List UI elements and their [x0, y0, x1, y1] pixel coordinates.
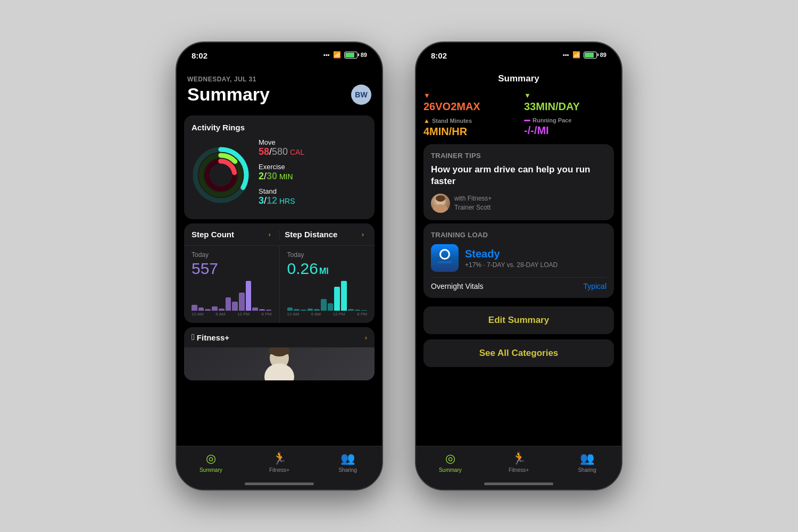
step-distance-today: Today — [287, 251, 368, 259]
metrics-list: Move 58/580 CAL Exercise 2/30 MIN — [259, 138, 367, 212]
metrics-row-2: ▲ Stand Minutes 4MIN/HR Running Pace -/-… — [416, 116, 621, 141]
step-distance-chart-labels: 12 AM 6 AM 12 PM 6 PM — [287, 311, 368, 319]
running-pace-text: Running Pace — [533, 117, 571, 123]
trainer-avatar — [431, 194, 450, 213]
stand-min-col: ▲ Stand Minutes 4MIN/HR — [423, 117, 513, 138]
step-count-chart — [192, 279, 272, 311]
trainer-info: with Fitness+ Trainer Scott — [454, 194, 492, 212]
tab-sharing-label-2: Sharing — [578, 467, 596, 473]
exercise-label: Exercise — [259, 163, 367, 171]
step-chart-label-6am: 6 AM — [215, 312, 225, 317]
sharing-tab-icon-1: 👥 — [340, 452, 355, 466]
activity-rings-card: Activity Rings — [184, 115, 375, 219]
stand-unit: HRS — [277, 197, 295, 205]
tab-sharing-1[interactable]: 👥 Sharing — [313, 452, 382, 473]
vo2max-arrow: ▼ — [423, 92, 430, 99]
step-count-arrow: › — [268, 230, 270, 238]
svg-point-8 — [264, 363, 294, 380]
training-load-card[interactable]: Training Load Steady +17% · 7-DAY vs. 28… — [423, 223, 614, 298]
wifi-icon-1: 📶 — [333, 51, 341, 59]
tab-fitness-label-2: Fitness+ — [509, 467, 529, 473]
signal-icon-2: ▪▪▪ — [563, 52, 569, 58]
tab-bar-2: ◎ Summary 🏃 Fitness+ 👥 Sharing — [416, 446, 621, 489]
step-count-value: 557 — [192, 260, 272, 278]
exercise-unit: MIN — [277, 172, 293, 181]
step-chart-label-12pm: 12 PM — [237, 312, 250, 317]
load-detail: +17% · 7-DAY vs. 28-DAY LOAD — [465, 261, 606, 269]
stand-goal: 12 — [267, 195, 277, 206]
see-all-categories-button[interactable]: See All Categories — [423, 339, 614, 367]
battery-pct-2: 89 — [600, 52, 606, 58]
fitness-title:  Fitness+ — [192, 332, 229, 342]
battery-fill-1 — [345, 53, 354, 57]
battery-fill-2 — [585, 53, 594, 57]
tab-summary-label-2: Summary — [439, 467, 462, 473]
steps-header: Step Count › Step Distance › — [184, 223, 375, 246]
status-icons-1: ▪▪▪ 📶 89 — [323, 51, 367, 59]
tab-bar-1: ◎ Summary 🏃 Fitness+ 👥 Sharing — [177, 446, 382, 489]
tab-summary-1[interactable]: ◎ Summary — [177, 452, 245, 473]
signal-icon-1: ▪▪▪ — [323, 52, 330, 58]
svg-point-11 — [433, 204, 448, 213]
phone-2-screen: 8:02 ▪▪▪ 📶 89 Summary — [416, 43, 621, 489]
min-day-value: 33MIN/DAY — [524, 101, 614, 113]
phone-2: 8:02 ▪▪▪ 📶 89 Summary — [415, 41, 622, 491]
min-day-label-row: ▼ — [524, 92, 614, 99]
battery-icon-1 — [344, 52, 358, 59]
time-1: 8:02 — [192, 51, 207, 60]
load-bar-1 — [437, 261, 452, 263]
load-bar-2 — [437, 265, 452, 267]
phone-1-content: WEDNESDAY, JUL 31 Summary BW Activity Ri… — [177, 71, 382, 489]
overnight-value: Typical — [583, 282, 606, 290]
trainer-tips-card[interactable]: Trainer Tips How your arm drive can help… — [423, 144, 614, 220]
running-pace-label: Running Pace — [524, 117, 614, 123]
training-load-title: Training Load — [431, 231, 606, 239]
activity-content: › Move 58/580 CAL — [192, 138, 367, 212]
trainer-tips-title: Trainer Tips — [431, 152, 606, 160]
time-2: 8:02 — [431, 51, 447, 60]
dynamic-island-1 — [247, 50, 311, 68]
min-day-arrow: ▼ — [524, 92, 531, 99]
step-count-col: Today 557 — [184, 246, 280, 323]
step-distance-arrow: › — [362, 230, 364, 238]
trainer-with: with Fitness+ — [454, 194, 492, 203]
load-circle-icon — [439, 249, 450, 260]
fitness-header:  Fitness+ › — [184, 327, 375, 347]
training-load-content: Steady +17% · 7-DAY vs. 28-DAY LOAD — [431, 244, 606, 272]
step-chart-label-12am: 12 AM — [192, 312, 204, 317]
edit-summary-button[interactable]: Edit Summary — [423, 306, 614, 334]
running-pace-icon — [524, 120, 530, 121]
avatar-badge[interactable]: BW — [351, 85, 371, 105]
metrics-row-1: ▼ 26VO2MAX ▼ 33MIN/DAY — [416, 88, 621, 116]
fitness-section[interactable]:  Fitness+ › — [184, 327, 375, 380]
tab-fitness-2[interactable]: 🏃 Fitness+ — [485, 452, 553, 473]
stand-value: 3/12 HRS — [259, 195, 367, 206]
p1-title-row: Summary BW — [187, 84, 371, 105]
tab-fitness-1[interactable]: 🏃 Fitness+ — [245, 452, 314, 473]
move-current: 58 — [259, 146, 269, 157]
overnight-label: Overnight Vitals — [431, 282, 484, 290]
tab-fitness-label-1: Fitness+ — [269, 467, 289, 473]
tab-sharing-2[interactable]: 👥 Sharing — [553, 452, 621, 473]
summary-tab-icon-1: ◎ — [206, 452, 216, 466]
step-count-today: Today — [192, 251, 272, 259]
home-indicator-2 — [484, 483, 553, 485]
step-count-tab[interactable]: Step Count — [192, 230, 268, 239]
vo2max-value: 26VO2MAX — [423, 101, 513, 113]
phone-2-content: Summary ▼ 26VO2MAX ▼ 33MIN/DAY — [416, 71, 621, 489]
dist-chart-label-12am: 12 AM — [287, 312, 300, 317]
exercise-metric: Exercise 2/30 MIN — [259, 163, 367, 182]
overnight-row[interactable]: Overnight Vitals Typical — [431, 277, 606, 290]
sharing-tab-icon-2: 👥 — [580, 452, 594, 466]
stand-current: 3 — [259, 195, 264, 206]
exercise-value: 2/30 MIN — [259, 171, 367, 182]
vo2max-label: ▼ — [423, 92, 513, 99]
step-distance-tab[interactable]: Step Distance — [285, 230, 361, 239]
tab-summary-2[interactable]: ◎ Summary — [416, 452, 485, 473]
running-pace-col: Running Pace -/-/MI — [524, 117, 614, 137]
home-indicator-1 — [245, 483, 314, 485]
step-chart-label-6pm: 6 PM — [262, 312, 272, 317]
stand-metric: Stand 3/12 HRS — [259, 187, 367, 206]
stand-min-value: 4MIN/HR — [423, 126, 513, 138]
running-pace-value: -/-/MI — [524, 124, 614, 137]
